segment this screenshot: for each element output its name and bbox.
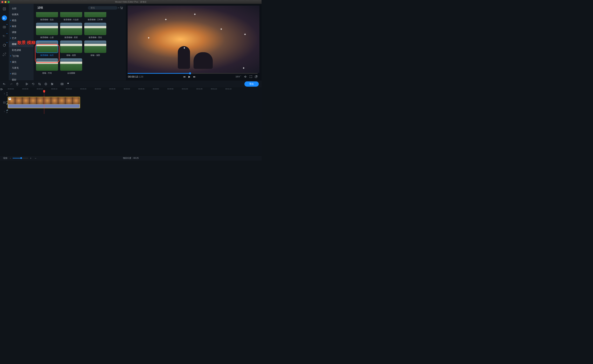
filters-title: 滤镜: [37, 6, 88, 10]
search-input[interactable]: [91, 7, 117, 9]
svg-point-6: [121, 9, 121, 9]
filter-card[interactable]: 散景模糊 - 六边形: [60, 12, 82, 21]
record-voiceover-button[interactable]: [60, 83, 64, 85]
category-9[interactable]: 漏光: [9, 59, 33, 65]
filter-label: 移轴 - 底部: [60, 54, 82, 57]
filter-thumbnail: [36, 23, 58, 35]
rail-filters-icon[interactable]: [2, 15, 7, 21]
ruler-mark: 00:00:15: [51, 88, 57, 90]
ruler-mark: 00:00:40: [124, 88, 130, 90]
preview-viewport[interactable]: ✦ ✦ ✦ ✦ ✦ ✦ ✦: [128, 6, 260, 73]
zoom-slider-handle[interactable]: [20, 157, 22, 159]
filter-thumbnail: [36, 12, 58, 17]
video-track-icon: [3, 102, 6, 104]
svg-text:T: T: [4, 35, 5, 37]
ruler-mark: 00:01:10: [211, 88, 217, 90]
category-10[interactable]: 马赛克: [9, 65, 33, 71]
crop-button[interactable]: [38, 83, 41, 85]
zoom-out-button[interactable]: −: [10, 157, 11, 159]
filter-card[interactable]: 移轴 - 底部: [60, 40, 82, 57]
cart-icon[interactable]: [120, 6, 123, 9]
filter-card[interactable]: 运动模糊: [60, 58, 82, 74]
video-clip[interactable]: ★: [8, 97, 80, 108]
filter-card[interactable]: 移轴 - 顶部: [84, 40, 106, 57]
scrub-handle[interactable]: [189, 72, 191, 74]
prev-frame-button[interactable]: ⏮: [183, 75, 186, 78]
rail-import-icon[interactable]: [2, 6, 7, 12]
time-ruler[interactable]: 00:00:0000:00:0500:00:1000:00:1500:00:20…: [8, 87, 261, 91]
rail-more-tools-icon[interactable]: [2, 52, 7, 57]
search-box[interactable]: ✕: [88, 6, 118, 10]
svg-text:T: T: [3, 35, 4, 38]
zoom-in-button[interactable]: +: [30, 157, 31, 159]
next-frame-button[interactable]: ⏭: [193, 75, 196, 78]
zoom-slider[interactable]: [13, 158, 28, 158]
category-1[interactable]: 收藏夹: [9, 12, 33, 18]
category-3[interactable]: 噪音: [9, 23, 33, 29]
close-window-button[interactable]: [1, 1, 3, 3]
annotation-box: [35, 44, 60, 63]
category-12[interactable]: 晕影: [9, 77, 33, 83]
split-button[interactable]: [26, 83, 28, 85]
filter-label: 散景模糊 - 花朵: [36, 18, 58, 21]
category-8[interactable]: 飞行物: [9, 53, 33, 59]
favorite-icon[interactable]: ♡: [37, 42, 39, 44]
clear-search-icon[interactable]: ✕: [118, 7, 120, 9]
window-controls: [1, 1, 10, 3]
preview-controls: 00:00:12.128 ⏮ ▶ ⏭ 16:9 ˅: [126, 74, 260, 80]
clip-properties-button[interactable]: [51, 83, 53, 85]
fullscreen-icon[interactable]: [250, 75, 252, 78]
text-track-icon: T: [4, 93, 5, 95]
rail-transitions-icon[interactable]: [2, 25, 7, 30]
category-11[interactable]: 怀旧: [9, 71, 33, 77]
svg-point-10: [26, 84, 27, 85]
play-button[interactable]: ▶: [188, 75, 190, 78]
aspect-ratio-selector[interactable]: 16:9 ˅: [235, 75, 241, 78]
filter-thumbnail: [60, 58, 82, 71]
maximize-window-button[interactable]: [8, 1, 10, 3]
delete-button[interactable]: [16, 83, 19, 85]
filter-card[interactable]: 散景模糊 - 花朵: [36, 12, 58, 21]
filter-label: 散景模糊 - 雪花: [84, 36, 106, 39]
zoom-fit-button[interactable]: ↔: [34, 157, 37, 159]
svg-point-9: [26, 83, 27, 84]
filter-card[interactable]: 散景模糊 - 星星: [60, 23, 82, 39]
ruler-mark: 00:00:20: [66, 88, 72, 90]
minimize-window-button[interactable]: [5, 1, 7, 3]
svg-rect-17: [3, 102, 5, 104]
title-track[interactable]: T ◉⬒: [0, 91, 261, 96]
category-7[interactable]: 彩色滤镜: [9, 47, 33, 53]
filter-card[interactable]: 散景模糊 - 三叶草: [84, 12, 106, 21]
svg-point-13: [53, 84, 53, 84]
add-track-button[interactable]: [0, 88, 8, 91]
rotate-button[interactable]: [32, 83, 35, 85]
playhead[interactable]: [44, 91, 44, 114]
category-2[interactable]: 精选: [9, 18, 33, 23]
filter-thumbnail: [60, 40, 82, 53]
filters-panel: 滤镜 ✕ 散景模糊 - 花朵散景模糊 - 六边形散景模糊 - 三叶草散景模糊 -…: [33, 4, 126, 80]
popout-icon[interactable]: [255, 75, 257, 78]
rail-titles-icon[interactable]: TT: [2, 33, 7, 39]
preview-scrubber[interactable]: [128, 73, 258, 74]
filter-thumbnail: [60, 23, 82, 35]
marker-button[interactable]: [67, 83, 69, 85]
clip-audio-waveform: [8, 104, 80, 108]
redo-button[interactable]: [9, 83, 13, 85]
filter-card[interactable]: 散景模糊 - 雪花: [84, 23, 106, 39]
category-4[interactable]: 调整: [9, 29, 33, 35]
category-0[interactable]: 全部: [9, 6, 33, 12]
volume-icon[interactable]: [244, 75, 247, 78]
filter-card[interactable]: 散景模糊 - 心形: [36, 23, 58, 39]
color-adjust-button[interactable]: [44, 83, 47, 85]
video-track[interactable]: ◉🔊 ★: [0, 96, 261, 109]
ruler-mark: 00:00:25: [80, 88, 86, 90]
audio-track[interactable]: ♫ 🔊⇄: [0, 109, 261, 114]
clip-effect-badge: ★: [9, 98, 11, 100]
filters-grid: 散景模糊 - 花朵散景模糊 - 六边形散景模糊 - 三叶草散景模糊 - 心形散景…: [33, 11, 126, 80]
undo-button[interactable]: [3, 83, 6, 85]
editor-toolbar: 导出: [0, 80, 261, 87]
export-button[interactable]: 导出: [244, 81, 259, 87]
rail-stickers-icon[interactable]: [2, 43, 7, 48]
annotation-text: 散景 模糊: [33, 40, 35, 46]
playback-buttons: ⏮ ▶ ⏭: [183, 75, 196, 78]
